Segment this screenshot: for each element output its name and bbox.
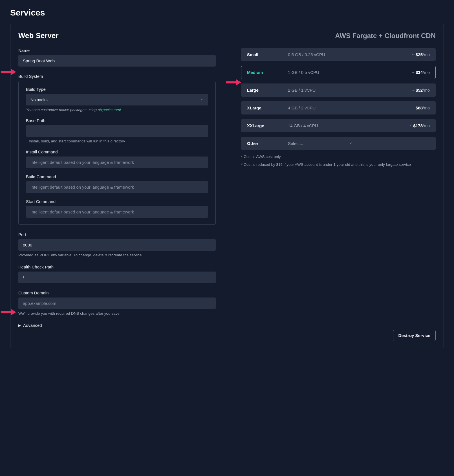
build-cmd-label: Build Command bbox=[26, 174, 208, 179]
install-cmd-label: Install Command bbox=[26, 149, 208, 154]
build-type-help: You can customize native packages using … bbox=[26, 108, 208, 112]
build-cmd-input[interactable] bbox=[26, 181, 208, 193]
arrow-annotation-icon bbox=[0, 68, 17, 76]
base-path-label: Base Path bbox=[26, 118, 208, 123]
domain-input[interactable] bbox=[18, 298, 216, 309]
domain-help: We'll provide you with required DNS chan… bbox=[18, 311, 216, 316]
nixpacks-link[interactable]: nixpacks.toml bbox=[98, 108, 121, 112]
size-price: ~$25/mo bbox=[412, 52, 430, 57]
size-name: Small bbox=[247, 52, 288, 57]
size-option-other[interactable]: Other Select... bbox=[241, 137, 436, 150]
page-title: Services bbox=[10, 8, 444, 17]
size-name: XXLarge bbox=[247, 123, 288, 128]
size-spec: 2 GB / 1 vCPU bbox=[288, 88, 412, 92]
service-panel: Web Server AWS Fargate + Cloudfront CDN … bbox=[10, 24, 444, 348]
build-system-group: Build Type Nixpacks You can customize na… bbox=[18, 81, 216, 225]
size-spec: 0.5 GB / 0.25 vCPU bbox=[288, 52, 412, 57]
arrow-annotation-icon bbox=[0, 308, 17, 316]
size-spec: 1 GB / 0.5 vCPU bbox=[288, 70, 412, 75]
build-type-select[interactable]: Nixpacks bbox=[26, 94, 208, 105]
advanced-label: Advanced bbox=[23, 323, 42, 328]
size-price: ~$52/mo bbox=[412, 88, 430, 92]
destroy-service-button[interactable]: Destroy Service bbox=[393, 330, 436, 341]
size-option-xlarge[interactable]: XLarge4 GB / 2 vCPU~$88/mo bbox=[241, 101, 436, 114]
size-name: Medium bbox=[247, 70, 288, 75]
other-label: Other bbox=[247, 141, 288, 146]
install-cmd-input[interactable] bbox=[26, 157, 208, 168]
base-path-input[interactable] bbox=[26, 125, 208, 137]
size-option-small[interactable]: Small0.5 GB / 0.25 vCPU~$25/mo bbox=[241, 48, 436, 61]
panel-title: Web Server bbox=[18, 31, 59, 40]
start-cmd-label: Start Command bbox=[26, 199, 208, 204]
other-size-select[interactable]: Select... bbox=[288, 141, 353, 146]
name-input[interactable] bbox=[18, 55, 216, 67]
name-label: Name bbox=[18, 48, 216, 53]
size-price: ~$88/mo bbox=[412, 105, 430, 110]
size-option-large[interactable]: Large2 GB / 1 vCPU~$52/mo bbox=[241, 83, 436, 97]
build-system-label: Build System bbox=[18, 74, 216, 79]
size-name: XLarge bbox=[247, 105, 288, 110]
build-type-label: Build Type bbox=[26, 87, 208, 92]
size-name: Large bbox=[247, 88, 288, 92]
advanced-toggle[interactable]: ▶ Advanced bbox=[18, 323, 216, 328]
cost-note: * Cost is reduced by $16 if your AWS acc… bbox=[241, 162, 436, 168]
chevron-down-icon bbox=[349, 141, 353, 146]
start-cmd-input[interactable] bbox=[26, 206, 208, 218]
domain-label: Custom Domain bbox=[18, 290, 216, 295]
port-input[interactable] bbox=[18, 239, 216, 251]
size-spec: 4 GB / 2 vCPU bbox=[288, 105, 412, 110]
size-spec: 14 GB / 4 vCPU bbox=[288, 123, 410, 128]
health-input[interactable] bbox=[18, 272, 216, 283]
size-option-medium[interactable]: Medium1 GB / 0.5 vCPU~$34/mo bbox=[241, 66, 436, 79]
size-option-xxlarge[interactable]: XXLarge14 GB / 4 vCPU~$178/mo bbox=[241, 119, 436, 132]
size-price: ~$178/mo bbox=[410, 123, 430, 128]
health-label: Health Check Path bbox=[18, 265, 216, 269]
panel-provider: AWS Fargate + Cloudfront CDN bbox=[335, 32, 436, 40]
disclosure-triangle-icon: ▶ bbox=[18, 323, 21, 327]
size-price: ~$34/mo bbox=[412, 70, 430, 75]
cost-note: * Cost is AWS cost only bbox=[241, 154, 436, 160]
port-label: Port bbox=[18, 232, 216, 237]
port-help: Provided as PORT env variable. To change… bbox=[18, 253, 216, 257]
base-path-help: Install, build, and start commands will … bbox=[26, 139, 208, 143]
